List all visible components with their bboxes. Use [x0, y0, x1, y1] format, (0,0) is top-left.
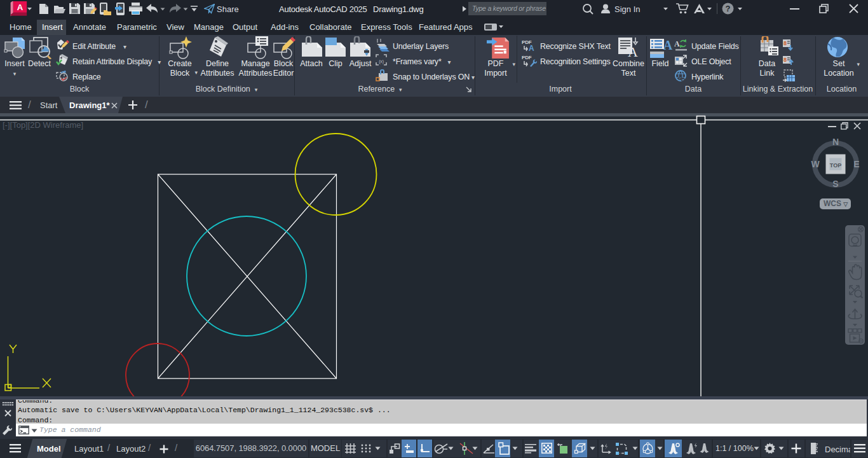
svg-text:A: A: [529, 44, 534, 52]
svg-text:?: ?: [726, 4, 731, 13]
svg-text:W: W: [811, 159, 820, 169]
svg-text:S: S: [832, 179, 838, 188]
svg-text:TOP: TOP: [830, 162, 841, 169]
svg-text:N: N: [832, 137, 839, 147]
svg-text:A: A: [674, 39, 680, 48]
svg-text:PDF: PDF: [522, 55, 532, 60]
svg-text:E: E: [853, 159, 859, 169]
svg-text:8: 8: [783, 57, 787, 63]
svg-text:A: A: [663, 38, 673, 52]
svg-text:A: A: [628, 44, 638, 59]
svg-text:(x): (x): [379, 59, 384, 64]
svg-text:A: A: [17, 3, 24, 12]
svg-text:8: 8: [783, 40, 787, 46]
